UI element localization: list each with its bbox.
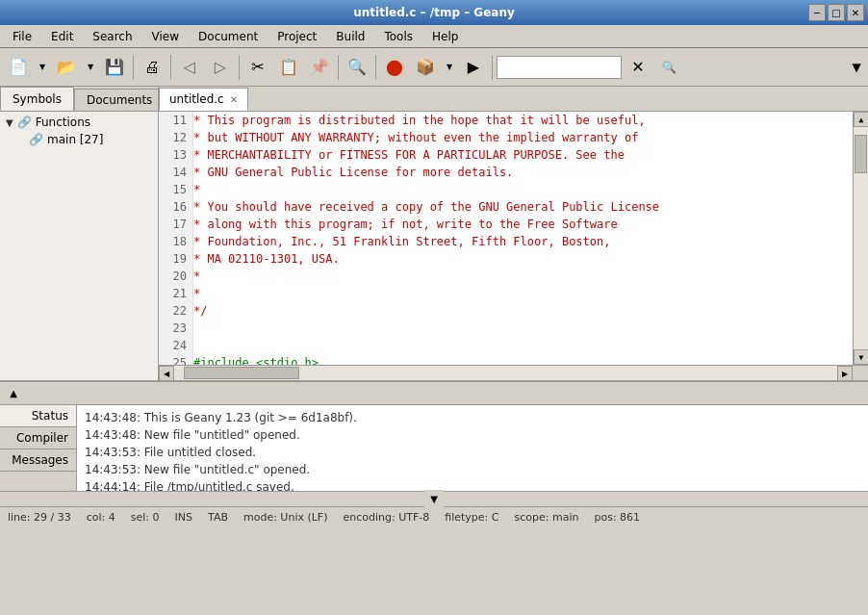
code-line-17: * along with this program; if not, write… [193, 216, 853, 233]
editor-tab-untitled[interactable]: untitled.c ✕ [159, 88, 248, 111]
code-line-23 [193, 320, 853, 337]
scroll-up-button[interactable]: ▲ [854, 112, 868, 127]
panel-tabs: Symbols Documents [0, 87, 158, 112]
code-line-18: * Foundation, Inc., 51 Franklin Street, … [193, 233, 853, 250]
statusbar-mode: mode: Unix (LF) [243, 511, 328, 524]
redo-button[interactable]: ▷ [206, 53, 235, 82]
statusbar-scope: scope: main [515, 511, 579, 524]
search-input[interactable] [497, 56, 622, 79]
editor-tab-label: untitled.c [169, 92, 224, 106]
scroll-right-button[interactable]: ▶ [837, 366, 853, 380]
statusbar-pos: pos: 861 [594, 511, 640, 524]
cut-button[interactable]: ✂ [243, 53, 272, 82]
log-entry-4: 14:44:14: File /tmp/untitled.c saved. [85, 478, 860, 491]
menubar: File Edit Search View Document Project B… [0, 25, 868, 48]
tab-close-button[interactable]: ✕ [230, 94, 238, 105]
run-button[interactable]: ▶ [459, 53, 488, 82]
tree-functions-label: Functions [36, 115, 90, 129]
print-button[interactable]: 🖨 [138, 53, 166, 82]
separator-2 [170, 55, 171, 80]
editor-content[interactable]: 11 12 13 14 15 16 17 18 19 20 21 22 23 2… [159, 112, 868, 365]
undo-button[interactable]: ◁ [175, 53, 204, 82]
horizontal-scrollbar[interactable]: ◀ ▶ [159, 365, 868, 380]
new-file-dropdown[interactable]: ▼ [35, 53, 50, 82]
minimize-button[interactable]: ─ [808, 4, 826, 21]
close-button[interactable]: ✕ [847, 4, 864, 21]
paste-button[interactable]: 📌 [305, 53, 334, 82]
tree-main-item[interactable]: 🔗 main [27] [2, 131, 156, 148]
find-button[interactable]: 🔍 [343, 53, 371, 82]
search-clear-button[interactable]: ✕ [624, 53, 652, 82]
code-line-15: * [193, 181, 853, 198]
statusbar-tab: TAB [208, 511, 228, 524]
panel-expand-button[interactable]: ▼ [424, 490, 444, 509]
open-file-button[interactable]: 📂 [52, 53, 81, 82]
bottom-tabs: Status Compiler Messages [0, 405, 77, 491]
statusbar-ins: INS [175, 511, 192, 524]
log-entry-3: 14:43:53: New file "untitled.c" opened. [85, 461, 860, 478]
code-line-13: * MERCHANTABILITY or FITNESS FOR A PARTI… [193, 146, 853, 164]
panel-collapse-button[interactable]: ▲ [4, 384, 23, 403]
log-entry-2: 14:43:53: File untitled closed. [85, 444, 860, 461]
menu-file[interactable]: File [4, 27, 40, 46]
scroll-down-button[interactable]: ▼ [854, 349, 868, 365]
code-line-22: */ [193, 302, 853, 320]
build-button[interactable]: 📦 [411, 53, 440, 82]
code-line-19: * MA 02110-1301, USA. [193, 250, 853, 268]
separator-3 [239, 55, 240, 80]
tab-symbols[interactable]: Symbols [0, 87, 74, 111]
statusbar-line: line: 29 / 33 [8, 511, 71, 524]
symbols-tree: ▼ 🔗 Functions 🔗 main [27] [0, 112, 158, 380]
bottom-tab-status[interactable]: Status [0, 405, 76, 427]
menu-view[interactable]: View [143, 27, 188, 46]
menu-document[interactable]: Document [190, 27, 267, 46]
vertical-scrollbar[interactable]: ▲ ▼ [853, 112, 868, 365]
scrollbar-corner [853, 366, 868, 380]
titlebar: untitled.c – /tmp – Geany ─ □ ✕ [0, 0, 868, 25]
function-icon: 🔗 [29, 133, 43, 146]
left-panel: Symbols Documents ▼ 🔗 Functions 🔗 main [… [0, 87, 159, 380]
statusbar-col: col: 4 [87, 511, 115, 524]
separator-5 [375, 55, 376, 80]
toolbar-more-button[interactable]: ▼ [849, 53, 864, 82]
tree-toggle-icon: ▼ [6, 117, 13, 128]
menu-project[interactable]: Project [268, 27, 325, 46]
scroll-left-button[interactable]: ◀ [159, 366, 174, 380]
compile-button[interactable]: ⬤ [380, 53, 409, 82]
menu-tools[interactable]: Tools [375, 27, 421, 46]
menu-help[interactable]: Help [423, 27, 467, 46]
tab-documents[interactable]: Documents [74, 89, 165, 111]
new-file-button[interactable]: 📄 [4, 53, 33, 82]
code-display[interactable]: * This program is distributed in the hop… [193, 112, 853, 365]
tree-functions-item[interactable]: ▼ 🔗 Functions [2, 114, 156, 131]
code-line-24 [193, 337, 853, 354]
scrollbar-h-thumb[interactable] [184, 367, 299, 379]
save-button[interactable]: 💾 [100, 53, 129, 82]
separator-6 [492, 55, 493, 80]
editor-tabs: untitled.c ✕ [159, 87, 868, 112]
statusbar-sel: sel: 0 [131, 511, 160, 524]
menu-search[interactable]: Search [84, 27, 140, 46]
separator-1 [133, 55, 134, 80]
search-execute-button[interactable]: 🔍 [654, 53, 683, 82]
statusbar-encoding: encoding: UTF-8 [344, 511, 430, 524]
code-line-11: * This program is distributed in the hop… [193, 112, 853, 129]
menu-edit[interactable]: Edit [42, 27, 82, 46]
scrollbar-thumb[interactable] [855, 135, 867, 173]
log-entry-1: 14:43:48: New file "untitled" opened. [85, 426, 860, 444]
maximize-button[interactable]: □ [828, 4, 845, 21]
titlebar-title: untitled.c – /tmp – Geany [353, 6, 515, 19]
bottom-panel: ▲ Status Compiler Messages 14:43:48: Thi… [0, 381, 868, 506]
bottom-tab-messages[interactable]: Messages [0, 449, 76, 472]
menu-build[interactable]: Build [327, 27, 373, 46]
scrollbar-h-track[interactable] [174, 366, 837, 380]
scrollbar-track[interactable] [854, 127, 868, 349]
build-dropdown[interactable]: ▼ [442, 53, 457, 82]
bottom-tab-compiler[interactable]: Compiler [0, 427, 76, 449]
open-file-dropdown[interactable]: ▼ [83, 53, 98, 82]
main-area: Symbols Documents ▼ 🔗 Functions 🔗 main [… [0, 87, 868, 381]
statusbar-filetype: filetype: C [445, 511, 498, 524]
code-line-16: * You should have received a copy of the… [193, 198, 853, 216]
copy-button[interactable]: 📋 [274, 53, 303, 82]
separator-4 [338, 55, 339, 80]
